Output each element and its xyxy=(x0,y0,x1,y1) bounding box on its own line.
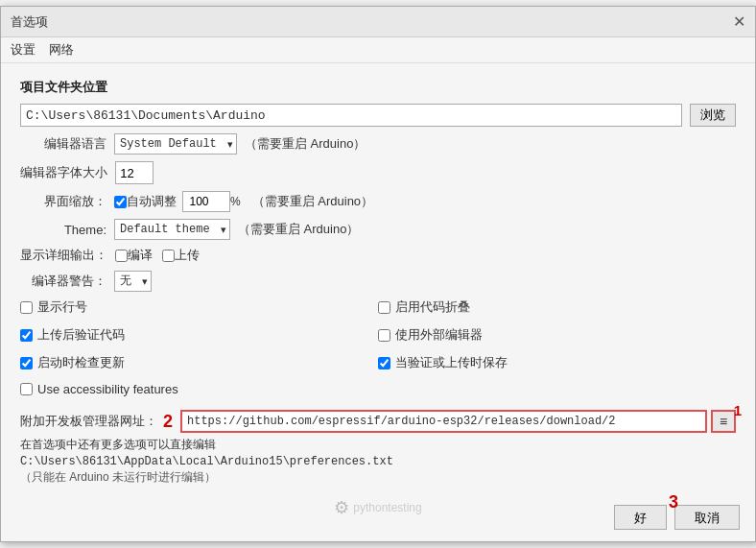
interface-scale-hint: （需要重启 Arduino） xyxy=(252,193,373,210)
editor-language-label: 编辑器语言 xyxy=(20,135,106,153)
editor-language-hint: （需要重启 Arduino） xyxy=(245,135,366,153)
url-section: 附加开发板管理器网址： 2 1 xyxy=(20,410,736,433)
verify-after-upload-row: 上传后验证代码 xyxy=(20,326,378,344)
menu-item-network[interactable]: 网络 xyxy=(49,42,74,57)
theme-label: Theme: xyxy=(20,223,106,237)
watermark-icon: ⚙ xyxy=(334,497,349,518)
annotation-3: 3 xyxy=(669,492,678,512)
cancel-button[interactable]: 取消 xyxy=(674,505,740,530)
editor-language-select[interactable]: System Default xyxy=(114,133,237,155)
content-area: 项目文件夹位置 浏览 编辑器语言 System Default （需要重启 Ar… xyxy=(1,63,755,497)
check-updates-label: 启动时检查更新 xyxy=(37,354,125,371)
code-folding-row: 启用代码折叠 xyxy=(378,298,736,316)
editor-font-size-input[interactable] xyxy=(115,161,154,184)
verbose-output-label: 显示详细输出： xyxy=(20,247,107,264)
verbose-compile-label: 编译 xyxy=(128,247,153,264)
url-label: 附加开发板管理器网址： xyxy=(20,413,157,430)
save-on-verify-checkbox[interactable] xyxy=(378,357,390,369)
theme-row: Theme: Default theme （需要重启 Arduino） xyxy=(20,219,736,240)
window-title: 首选项 xyxy=(11,13,48,31)
save-on-verify-label: 当验证或上传时保存 xyxy=(395,354,508,371)
project-folder-label: 项目文件夹位置 xyxy=(20,79,736,96)
code-folding-checkbox[interactable] xyxy=(378,301,390,314)
project-folder-input[interactable] xyxy=(20,104,682,127)
theme-select-wrapper: Default theme xyxy=(114,219,230,240)
auto-adjust-label: 自动调整 xyxy=(127,193,177,210)
compiler-warnings-select[interactable]: 无 xyxy=(114,271,152,292)
check-updates-row: 启动时检查更新 xyxy=(20,354,378,371)
verify-after-upload-checkbox[interactable] xyxy=(20,329,33,342)
menu-item-settings[interactable]: 设置 xyxy=(11,42,35,57)
title-bar: 首选项 ✕ xyxy=(1,7,755,37)
theme-hint: （需要重启 Arduino） xyxy=(238,221,359,238)
compiler-warnings-label: 编译器警告： xyxy=(20,273,106,290)
edit-hint: 在首选项中还有更多选项可以直接编辑 xyxy=(20,437,736,453)
verbose-upload-label: 上传 xyxy=(175,247,200,264)
editor-language-select-wrapper: System Default xyxy=(114,133,237,155)
external-editor-checkbox[interactable] xyxy=(378,329,390,342)
verbose-upload-checkbox[interactable] xyxy=(162,250,175,262)
accessibility-checkbox[interactable] xyxy=(20,383,33,395)
scale-input[interactable] xyxy=(182,191,230,212)
accessibility-label: Use accessibility features xyxy=(37,382,178,396)
verbose-compile-checkbox[interactable] xyxy=(115,250,128,262)
compiler-warnings-row: 编译器警告： 无 xyxy=(20,271,736,292)
watermark-text: pythontesting xyxy=(353,501,421,514)
verify-after-upload-label: 上传后验证代码 xyxy=(37,326,125,344)
check-updates-checkbox[interactable] xyxy=(20,357,33,369)
verbose-output-row: 显示详细输出： 编译 上传 xyxy=(20,247,736,264)
annotation-2: 2 xyxy=(163,412,173,432)
checkbox-col-right: 启用代码折叠 使用外部编辑器 当验证或上传时保存 xyxy=(378,298,736,402)
save-on-verify-row: 当验证或上传时保存 xyxy=(378,354,736,371)
close-button[interactable]: ✕ xyxy=(733,12,745,31)
external-editor-row: 使用外部编辑器 xyxy=(378,326,736,344)
show-line-numbers-checkbox[interactable] xyxy=(20,301,33,314)
checkbox-col-left: 显示行号 上传后验证代码 启动时检查更新 Use accessibility f… xyxy=(20,298,378,402)
project-folder-row: 浏览 xyxy=(20,104,736,127)
ok-button[interactable]: 好 xyxy=(614,505,667,530)
prefs-note: （只能在 Arduino 未运行时进行编辑） xyxy=(20,469,736,486)
accessibility-row: Use accessibility features xyxy=(20,382,378,396)
compiler-warnings-select-wrapper: 无 xyxy=(114,271,152,292)
menu-bar: 设置 网络 xyxy=(1,37,755,63)
interface-scale-row: 界面缩放： 自动调整 % （需要重启 Arduino） xyxy=(20,191,736,212)
editor-font-size-label: 编辑器字体大小 xyxy=(20,164,107,181)
url-input[interactable] xyxy=(180,410,707,433)
watermark: ⚙ pythontesting xyxy=(334,497,421,518)
annotation-1: 1 xyxy=(734,402,742,418)
browse-button[interactable]: 浏览 xyxy=(690,104,736,127)
bottom-bar: ⚙ pythontesting 3 好 取消 xyxy=(1,497,755,541)
editor-font-size-row: 编辑器字体大小 xyxy=(20,161,736,184)
url-row: 附加开发板管理器网址： 2 1 xyxy=(20,410,736,433)
show-line-numbers-row: 显示行号 xyxy=(20,298,378,316)
code-folding-label: 启用代码折叠 xyxy=(395,298,470,316)
url-list-button[interactable]: 1 xyxy=(711,410,736,433)
editor-language-row: 编辑器语言 System Default （需要重启 Arduino） xyxy=(20,133,736,155)
external-editor-label: 使用外部编辑器 xyxy=(395,326,483,344)
checkbox-section: 显示行号 上传后验证代码 启动时检查更新 Use accessibility f… xyxy=(20,298,736,402)
show-line-numbers-label: 显示行号 xyxy=(37,298,87,316)
interface-scale-label: 界面缩放： xyxy=(20,193,106,210)
prefs-path: C:\Users\86131\AppData\Local\Arduino15\p… xyxy=(20,455,736,468)
preferences-window: 首选项 ✕ 设置 网络 项目文件夹位置 浏览 编辑器语言 System Defa… xyxy=(0,6,756,542)
auto-adjust-checkbox[interactable] xyxy=(114,196,127,208)
theme-select[interactable]: Default theme xyxy=(114,219,230,240)
